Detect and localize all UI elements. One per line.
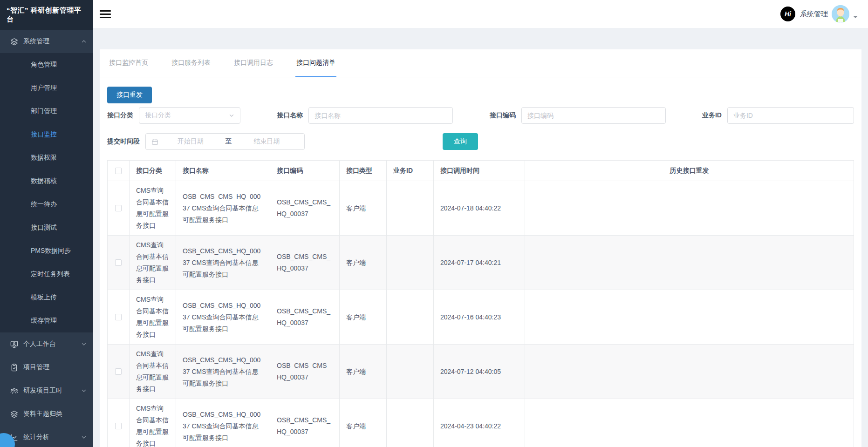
filter-row-2: 提交时间段 开始日期 至 结束日期 查询 <box>107 133 854 150</box>
cell-code: OSB_CMS_CMS_HQ_00037 <box>270 236 340 290</box>
menu-toggle-icon[interactable] <box>100 10 111 18</box>
sidebar-item-6[interactable]: 数据稽核 <box>0 169 93 193</box>
cell-category: CMS查询合同基本信息可配置服务接口 <box>130 345 176 399</box>
sidebar-item-8[interactable]: 接口测试 <box>0 216 93 239</box>
business-id-input[interactable] <box>733 112 848 119</box>
sidebar-item-label: 缓存管理 <box>31 317 57 325</box>
query-button[interactable]: 查询 <box>443 133 478 150</box>
cell-business-id <box>387 399 434 447</box>
chevron-down-icon <box>81 388 87 393</box>
column-header: 接口名称 <box>176 161 270 181</box>
sidebar-item-9[interactable]: PMS数据同步 <box>0 239 93 263</box>
date-range-picker[interactable]: 开始日期 至 结束日期 <box>145 133 305 150</box>
chevron-down-icon <box>229 113 234 118</box>
greeting-bubble: Hi <box>780 7 795 21</box>
sidebar-item-label: 数据稽核 <box>31 177 57 185</box>
sidebar-item-1[interactable]: 角色管理 <box>0 53 93 76</box>
cell-business-id <box>387 236 434 290</box>
date-separator: 至 <box>223 137 235 146</box>
sidebar-item-12[interactable]: 缓存管理 <box>0 309 93 332</box>
interface-code-input[interactable] <box>527 112 660 119</box>
avatar[interactable] <box>832 5 849 23</box>
sidebar-item-7[interactable]: 统一待办 <box>0 193 93 216</box>
column-header: 接口调用时间 <box>434 161 525 181</box>
table-row: CMS查询合同基本信息可配置服务接口OSB_CMS_CMS_HQ_00037 C… <box>108 236 854 290</box>
row-checkbox[interactable] <box>115 205 122 211</box>
issues-table: 接口分类接口名称接口编码接口类型业务ID接口调用时间历史接口重发CMS查询合同基… <box>107 160 854 447</box>
column-header: 接口编码 <box>270 161 340 181</box>
clipboard-icon <box>9 363 19 372</box>
sidebar-menu: 系统管理角色管理用户管理部门管理接口监控数据权限数据稽核统一待办接口测试PMS数… <box>0 30 93 447</box>
filter-label-name: 接口名称 <box>277 111 303 120</box>
table-row: CMS查询合同基本信息可配置服务接口OSB_CMS_CMS_HQ_00037 C… <box>108 181 854 236</box>
app-title: “智汇” 科研创新管理平台 <box>0 0 93 30</box>
cell-call-time: 2024-07-18 04:40:22 <box>434 181 525 235</box>
sidebar-item-label: 资料主题归类 <box>23 410 62 418</box>
sidebar-item-label: 接口测试 <box>31 224 57 232</box>
sidebar-item-13[interactable]: 个人工作台 <box>0 332 93 356</box>
cell-code: OSB_CMS_CMS_HQ_00037 <box>270 181 340 235</box>
row-checkbox[interactable] <box>115 314 122 320</box>
row-checkbox-cell <box>108 290 130 344</box>
sidebar-item-label: 部门管理 <box>31 107 57 115</box>
interface-resend-button[interactable]: 接口重发 <box>107 87 152 103</box>
sidebar-item-10[interactable]: 定时任务列表 <box>0 263 93 286</box>
cell-business-id <box>387 290 434 344</box>
end-date-placeholder[interactable]: 结束日期 <box>235 137 299 146</box>
user-dropdown-caret-icon[interactable] <box>853 16 858 20</box>
workbench-icon <box>9 339 19 349</box>
row-checkbox[interactable] <box>115 259 122 266</box>
table-header-row: 接口分类接口名称接口编码接口类型业务ID接口调用时间历史接口重发 <box>108 161 854 181</box>
tab-3[interactable]: 接口问题清单 <box>295 49 336 77</box>
select-all-checkbox[interactable] <box>115 168 122 174</box>
cell-type: 客户端 <box>340 290 387 344</box>
cell-history <box>525 399 854 447</box>
cell-history <box>525 236 854 290</box>
table-row: CMS查询合同基本信息可配置服务接口OSB_CMS_CMS_HQ_00037 C… <box>108 345 854 399</box>
tab-2[interactable]: 接口调用日志 <box>233 49 274 77</box>
sidebar-item-0[interactable]: 系统管理 <box>0 30 93 53</box>
cell-name: OSB_CMS_CMS_HQ_00037 CMS查询合同基本信息可配置服务接口 <box>176 290 270 344</box>
calendar-icon <box>151 138 158 145</box>
team-icon <box>9 386 19 395</box>
cell-call-time: 2024-07-17 04:40:21 <box>434 236 525 290</box>
cell-type: 客户端 <box>340 236 387 290</box>
sidebar-item-4[interactable]: 接口监控 <box>0 123 93 146</box>
cell-type: 客户端 <box>340 181 387 235</box>
cell-name: OSB_CMS_CMS_HQ_00037 CMS查询合同基本信息可配置服务接口 <box>176 399 270 447</box>
sidebar-item-11[interactable]: 模板上传 <box>0 286 93 309</box>
row-checkbox[interactable] <box>115 423 122 429</box>
sidebar-item-14[interactable]: 项目管理 <box>0 356 93 379</box>
sidebar-item-label: PMS数据同步 <box>31 247 71 255</box>
current-user-name[interactable]: 系统管理 <box>800 10 828 19</box>
cell-name: OSB_CMS_CMS_HQ_00037 CMS查询合同基本信息可配置服务接口 <box>176 345 270 399</box>
sidebar-item-2[interactable]: 用户管理 <box>0 76 93 100</box>
tab-1[interactable]: 接口服务列表 <box>171 49 212 77</box>
cell-code: OSB_CMS_CMS_HQ_00037 <box>270 345 340 399</box>
sidebar-item-label: 系统管理 <box>23 37 49 46</box>
column-header: 历史接口重发 <box>525 161 854 181</box>
cell-history <box>525 290 854 344</box>
sidebar-item-16[interactable]: 资料主题归类 <box>0 402 93 426</box>
interface-name-input[interactable] <box>314 112 447 119</box>
sidebar-item-label: 用户管理 <box>31 84 57 92</box>
sidebar-item-label: 统计分析 <box>23 433 49 441</box>
cell-type: 客户端 <box>340 345 387 399</box>
start-date-placeholder[interactable]: 开始日期 <box>158 137 223 146</box>
row-checkbox[interactable] <box>115 368 122 375</box>
sidebar-item-label: 定时任务列表 <box>31 270 70 278</box>
cell-category: CMS查询合同基本信息可配置服务接口 <box>130 236 176 290</box>
row-checkbox-cell <box>108 181 130 235</box>
sidebar: “智汇” 科研创新管理平台 系统管理角色管理用户管理部门管理接口监控数据权限数据… <box>0 0 93 447</box>
chevron-up-icon <box>81 39 87 44</box>
category-select[interactable]: 接口分类 <box>139 107 240 124</box>
tab-0[interactable]: 接口监控首页 <box>108 49 149 77</box>
column-header: 接口分类 <box>130 161 176 181</box>
cell-history <box>525 181 854 235</box>
sidebar-item-15[interactable]: 研发项目工时 <box>0 379 93 402</box>
cell-name: OSB_CMS_CMS_HQ_00037 CMS查询合同基本信息可配置服务接口 <box>176 181 270 235</box>
sidebar-item-label: 角色管理 <box>31 61 57 69</box>
topbar: Hi 系统管理 <box>93 0 868 28</box>
sidebar-item-3[interactable]: 部门管理 <box>0 100 93 123</box>
sidebar-item-5[interactable]: 数据权限 <box>0 146 93 169</box>
